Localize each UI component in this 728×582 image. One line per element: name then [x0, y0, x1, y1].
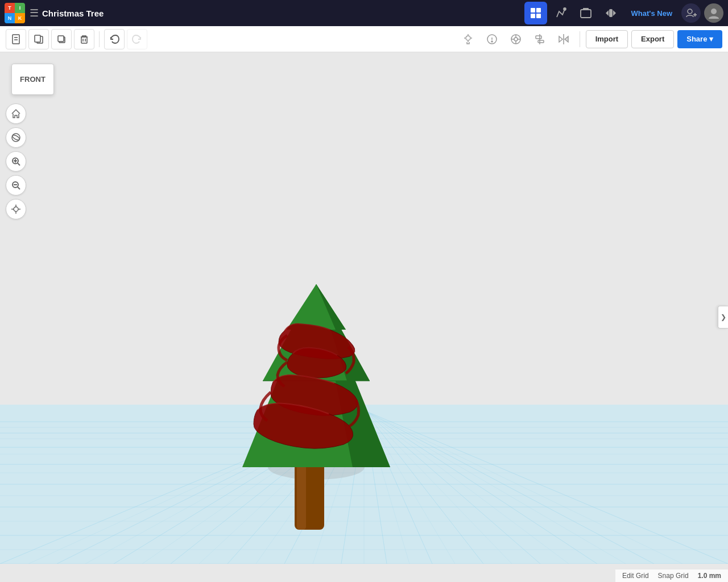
undo-button[interactable] [104, 29, 125, 49]
svg-rect-16 [35, 35, 40, 42]
snap-grid-value: 1.0 mm [698, 572, 721, 580]
export-button[interactable]: Export [631, 30, 674, 48]
user-area [681, 3, 723, 23]
scene-svg [0, 52, 728, 564]
logo-n: N [5, 13, 15, 23]
zoom-in-button[interactable] [6, 151, 26, 172]
project-title-area: ☰ Christmas Tree [30, 7, 520, 19]
build-button[interactable] [549, 2, 572, 24]
home-view-button[interactable] [6, 103, 26, 124]
view-cube[interactable]: FRONT [11, 64, 54, 95]
svg-point-31 [514, 38, 518, 41]
svg-point-4 [564, 8, 566, 10]
fit-view-button[interactable] [6, 199, 26, 219]
chevron-left-icon: ❯ [721, 313, 726, 321]
svg-line-99 [18, 163, 20, 165]
status-bar: Edit Grid Snap Grid 1.0 mm [615, 569, 728, 582]
tinkercad-logo[interactable]: T I N K [5, 3, 25, 23]
toolbar: Import Export Share ▾ [0, 26, 728, 52]
avatar[interactable] [704, 3, 723, 23]
mirror-button[interactable] [553, 29, 574, 49]
snap-grid-label: Snap Grid [658, 572, 689, 580]
duplicate-button[interactable] [51, 29, 72, 49]
orbit-button[interactable] [6, 127, 26, 148]
svg-rect-37 [536, 36, 541, 39]
svg-rect-2 [531, 14, 535, 18]
add-user-button[interactable] [681, 3, 701, 23]
3d-scene [0, 52, 728, 582]
redo-button[interactable] [127, 29, 147, 49]
view-cube-label: FRONT [20, 75, 46, 84]
topbar: T I N K ☰ Christmas Tree [0, 0, 728, 26]
left-toolbar [6, 103, 26, 219]
menu-icon[interactable]: ☰ [30, 7, 39, 19]
notes-button[interactable] [482, 29, 502, 49]
svg-rect-6 [583, 8, 589, 10]
topbar-nav [524, 2, 622, 24]
svg-rect-38 [538, 40, 544, 43]
grid-view-button[interactable] [524, 2, 547, 24]
svg-rect-18 [58, 36, 64, 41]
zoom-out-button[interactable] [6, 175, 26, 196]
lights-button[interactable] [458, 29, 478, 49]
new-button[interactable] [6, 29, 26, 49]
whats-new-button[interactable]: What's New [627, 7, 677, 20]
project-title[interactable]: Christmas Tree [42, 9, 104, 18]
edit-grid-label[interactable]: Edit Grid [622, 572, 649, 580]
svg-point-103 [14, 207, 18, 211]
svg-rect-86 [297, 462, 306, 530]
svg-point-11 [711, 9, 717, 14]
copy-button[interactable] [28, 29, 49, 49]
logo-k: K [15, 13, 25, 23]
canvas-area[interactable]: FRONT [0, 52, 728, 582]
logo-t: T [5, 3, 15, 13]
svg-point-8 [688, 9, 692, 14]
delete-button[interactable] [74, 29, 94, 49]
gallery-button[interactable] [574, 2, 597, 24]
snap-button[interactable] [506, 29, 526, 49]
svg-rect-3 [536, 14, 541, 18]
toolbar-right: Import Export Share ▾ [458, 29, 722, 49]
svg-point-22 [466, 36, 470, 40]
toolbar-separator [99, 31, 100, 47]
svg-rect-5 [581, 10, 591, 18]
svg-rect-19 [81, 37, 87, 43]
logo-i: I [15, 3, 25, 13]
share-button[interactable]: Share ▾ [677, 30, 722, 48]
svg-rect-12 [13, 35, 19, 44]
svg-rect-0 [531, 8, 535, 13]
svg-point-29 [491, 41, 493, 42]
import-button[interactable]: Import [586, 30, 628, 48]
svg-line-102 [18, 187, 20, 189]
right-panel-toggle[interactable]: ❯ [718, 306, 728, 329]
code-editor-button[interactable] [599, 2, 622, 24]
align-button[interactable] [530, 29, 550, 49]
svg-rect-1 [536, 8, 541, 13]
view-cube-box[interactable]: FRONT [11, 64, 54, 95]
toolbar-sep2 [580, 31, 580, 47]
svg-rect-7 [610, 10, 612, 16]
